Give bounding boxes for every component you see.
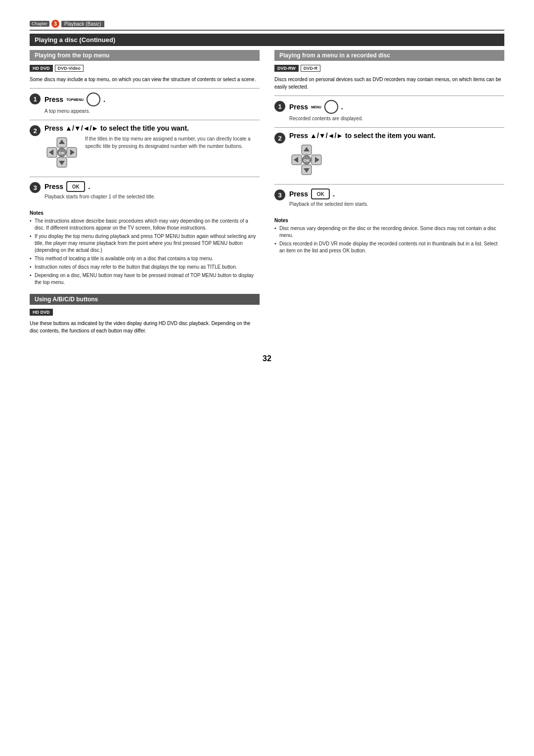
left-step-1: 1 Press TOPMENU . A top menu appears. bbox=[30, 88, 260, 120]
right-step-3-sub: Playback of the selected item starts. bbox=[289, 201, 504, 207]
left-notes-title: Notes bbox=[30, 210, 260, 216]
left-badge-row: HD DVD DVD-Video bbox=[30, 65, 260, 72]
left-step-3-press: Press bbox=[44, 183, 63, 190]
right-step-1-content: Press MENU . Recorded contents are displ… bbox=[289, 100, 504, 123]
left-note-5: Depending on a disc, MENU button may hav… bbox=[30, 272, 260, 286]
left-step-1-content: Press TOPMENU . A top menu appears. bbox=[44, 93, 260, 116]
left-column: Playing from the top menu HD DVD DVD-Vid… bbox=[30, 50, 260, 334]
left-step-3-dot: . bbox=[88, 183, 90, 190]
left-note-1: The instructions above describe basic pr… bbox=[30, 218, 260, 232]
left-step-2-number: 2 bbox=[30, 125, 41, 136]
badge-dvd-rw: DVD-RW bbox=[274, 65, 299, 72]
right-step-3-ok-btn: OK bbox=[311, 189, 330, 199]
left-step-2: 2 Press ▲/▼/◄/► to select the title you … bbox=[30, 120, 260, 177]
right-step-2-title: Press ▲/▼/◄/► to select the item you wan… bbox=[289, 132, 504, 140]
left-dpad-container: OK If the titles in the top menu are ass… bbox=[44, 135, 260, 170]
left-step-3-sub: Playback starts from chapter 1 of the se… bbox=[44, 194, 260, 199]
left-step-3-number: 3 bbox=[30, 182, 41, 193]
right-step-2-number: 2 bbox=[274, 133, 285, 143]
right-note-2: Discs recorded in DVD VR mode display th… bbox=[274, 240, 504, 254]
left-intro: Some discs may include a top menu, on wh… bbox=[30, 76, 260, 83]
left-step-1-dot: . bbox=[103, 95, 105, 103]
left-notes: Notes The instructions above describe ba… bbox=[30, 210, 260, 286]
left-note-2: If you display the top menu during playb… bbox=[30, 233, 260, 254]
left-note-4: Instruction notes of discs may refer to … bbox=[30, 264, 260, 271]
left-step-3: 3 Press OK . Playback starts from chapte… bbox=[30, 177, 260, 205]
svg-text:OK: OK bbox=[59, 151, 65, 155]
right-step-1-menu-label: MENU bbox=[311, 105, 321, 109]
right-step-3-dot: . bbox=[333, 190, 335, 198]
left-notes-list: The instructions above describe basic pr… bbox=[30, 218, 260, 286]
svg-text:OK: OK bbox=[304, 158, 310, 163]
page-heading: Playing a disc (Continued) bbox=[30, 34, 504, 46]
abcd-section-title: Using A/B/C/D buttons bbox=[30, 294, 260, 305]
badge-hd-dvd-2: HD DVD bbox=[30, 309, 53, 316]
right-step-3: 3 Press OK . Playback of the selected it… bbox=[274, 184, 504, 213]
left-step-1-press: Press bbox=[44, 95, 63, 103]
main-content: Playing from the top menu HD DVD DVD-Vid… bbox=[30, 50, 504, 334]
right-dpad-svg: OK bbox=[289, 142, 324, 177]
left-step-2-title: Press ▲/▼/◄/► to select the title you wa… bbox=[44, 124, 260, 132]
left-step-2-dpad-text: If the titles in the top menu are assign… bbox=[85, 135, 260, 150]
right-dpad-container: OK bbox=[289, 142, 504, 177]
badge-dvd-r: DVD-R bbox=[301, 65, 321, 72]
abcd-text: Use these buttons as indicated by the vi… bbox=[30, 320, 260, 334]
right-notes-list: Disc menus vary depending on the disc or… bbox=[274, 225, 504, 254]
left-step-3-ok-btn: OK bbox=[66, 181, 85, 192]
right-step-3-number: 3 bbox=[274, 189, 285, 200]
page-number: 32 bbox=[30, 354, 504, 363]
badge-dvd-video: DVD-Video bbox=[55, 65, 84, 72]
chapter-title: Playback (Basic) bbox=[61, 21, 104, 27]
right-step-3-content: Press OK . Playback of the selected item… bbox=[289, 189, 504, 209]
abcd-badge-row: HD DVD bbox=[30, 309, 260, 316]
left-step-1-number: 1 bbox=[30, 94, 41, 104]
left-step-2-content: Press ▲/▼/◄/► to select the title you wa… bbox=[44, 124, 260, 173]
right-step-1: 1 Press MENU . Recorded contents are dis… bbox=[274, 95, 504, 127]
chapter-header: Chapter 3 Playback (Basic) bbox=[30, 20, 504, 31]
badge-hd-dvd: HD DVD bbox=[30, 65, 53, 72]
right-notes-title: Notes bbox=[274, 218, 504, 223]
right-step-1-number: 1 bbox=[274, 101, 285, 112]
right-intro: Discs recorded on personal devices such … bbox=[274, 76, 504, 91]
left-step-1-sub: A top menu appears. bbox=[44, 108, 260, 114]
right-dpad: OK bbox=[289, 142, 324, 177]
right-step-2: 2 Press ▲/▼/◄/► to select the item you w… bbox=[274, 127, 504, 184]
left-dpad: OK bbox=[44, 135, 79, 170]
left-step-1-topmenu-label: TOPMENU bbox=[66, 98, 84, 101]
right-column: Playing from a menu in a recorded disc D… bbox=[274, 50, 504, 334]
right-step-2-content: Press ▲/▼/◄/► to select the item you wan… bbox=[289, 132, 504, 180]
right-step-1-dot: . bbox=[341, 103, 343, 111]
right-section-title: Playing from a menu in a recorded disc bbox=[274, 50, 504, 61]
right-note-1: Disc menus vary depending on the disc or… bbox=[274, 225, 504, 239]
right-step-1-sub: Recorded contents are displayed. bbox=[289, 116, 504, 121]
chapter-label: Chapter bbox=[30, 21, 49, 27]
chapter-number: 3 bbox=[51, 20, 59, 28]
right-step-1-press: Press bbox=[289, 103, 308, 111]
right-notes: Notes Disc menus vary depending on the d… bbox=[274, 218, 504, 254]
left-step-3-content: Press OK . Playback starts from chapter … bbox=[44, 181, 260, 201]
right-step-3-press: Press bbox=[289, 190, 308, 198]
right-step-1-btn bbox=[324, 100, 338, 114]
right-badge-row: DVD-RW DVD-R bbox=[274, 65, 504, 72]
left-step-1-btn bbox=[87, 93, 100, 106]
left-note-3: This method of locating a title is avail… bbox=[30, 255, 260, 262]
left-section-title: Playing from the top menu bbox=[30, 50, 260, 61]
left-dpad-svg: OK bbox=[44, 135, 79, 170]
